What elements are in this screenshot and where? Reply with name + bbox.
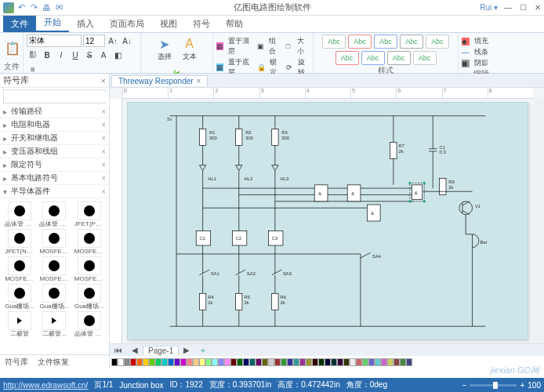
color-swatch[interactable] (218, 358, 224, 366)
select-tool-button[interactable]: ➤选择 (153, 34, 176, 64)
page-nav-first[interactable]: ⏮ (110, 346, 127, 354)
symbol-item[interactable]: MOSFET(N) (73, 229, 106, 255)
color-swatch[interactable] (193, 358, 199, 366)
color-swatch[interactable] (375, 358, 381, 366)
color-swatch[interactable] (199, 358, 205, 366)
symbol-item[interactable]: Gua栅场... (3, 284, 36, 310)
drawing-page[interactable]: 5v R1300 HL1 R2300 HL2 (127, 102, 528, 340)
color-swatch[interactable] (368, 358, 375, 366)
color-swatch[interactable] (174, 358, 180, 366)
tab-page-layout[interactable]: 页面布局 (102, 16, 152, 32)
highlight-button[interactable]: ◧ (111, 49, 124, 61)
page-nav-next[interactable]: ▶ (179, 346, 194, 354)
color-swatch[interactable] (249, 358, 256, 366)
color-swatch[interactable] (281, 358, 287, 366)
color-swatch[interactable] (356, 358, 362, 366)
bring-front-button[interactable]: 置于顶层 (228, 36, 252, 56)
color-swatch[interactable] (387, 358, 393, 366)
color-swatch[interactable] (187, 358, 193, 366)
category-item[interactable]: ▾半导体器件× (0, 185, 109, 198)
font-size-select[interactable] (83, 34, 105, 47)
tab-file-recovery[interactable]: 文件恢复 (33, 357, 74, 368)
style-swatch-7[interactable]: Abc (361, 51, 385, 65)
bold-button[interactable]: B (41, 49, 53, 61)
style-swatch-1[interactable]: Abc (322, 34, 346, 49)
symbol-item[interactable]: 晶体管 PN... (73, 311, 106, 337)
document-tab[interactable]: Threeway Responder× (111, 75, 208, 86)
zoom-out-button[interactable]: − (462, 381, 467, 390)
tab-help[interactable]: 帮助 (218, 16, 251, 32)
color-swatch[interactable] (224, 358, 230, 366)
category-item[interactable]: ▸电阻和电器× (0, 118, 109, 132)
symbol-item[interactable]: JFET(PNP) (73, 201, 106, 227)
color-swatch[interactable] (124, 358, 130, 366)
symbol-item[interactable]: Gua栅场... (73, 284, 106, 310)
paste-button[interactable]: 📋 (3, 38, 22, 57)
color-swatch[interactable] (274, 358, 281, 366)
color-swatch[interactable] (299, 358, 306, 366)
color-swatch[interactable] (325, 358, 331, 366)
shrink-font-button[interactable]: A↓ (121, 34, 133, 47)
line-button[interactable]: 线条 (474, 47, 488, 57)
style-swatch-2[interactable]: Abc (348, 34, 372, 49)
sidebar-close-icon[interactable]: × (101, 76, 106, 85)
vertical-scrollbar[interactable] (533, 99, 544, 343)
fill-button[interactable]: 填充 (474, 36, 488, 46)
vendor-link[interactable]: http://www.edrawsoft.cn/ (3, 381, 88, 390)
color-swatch[interactable] (312, 358, 318, 366)
style-swatch-4[interactable]: Abc (400, 34, 423, 49)
color-swatch[interactable] (155, 358, 161, 366)
color-swatch[interactable] (136, 358, 143, 366)
color-swatch[interactable] (130, 358, 136, 366)
symbol-item[interactable]: 二极管 (3, 311, 36, 337)
color-swatch[interactable] (337, 358, 343, 366)
symbol-palette-scroll[interactable]: 晶体管 PNP 晶体管 NPN JFET(PNP) JFET(NPN) MOSF… (0, 198, 109, 354)
symbol-item[interactable]: MOSFET(P) (38, 229, 71, 255)
color-swatch[interactable] (343, 358, 350, 366)
grow-font-button[interactable]: A↑ (107, 34, 119, 47)
page-tab-1[interactable]: Page-1 (143, 346, 179, 355)
symbol-item[interactable]: MOSFET... (38, 256, 71, 282)
maximize-button[interactable]: ☐ (520, 3, 527, 12)
category-item[interactable]: ▸限定符号× (0, 158, 109, 172)
color-swatch[interactable] (393, 358, 400, 366)
add-page-button[interactable]: ＋ (194, 345, 212, 356)
color-swatch[interactable] (161, 358, 168, 366)
color-swatch[interactable] (381, 358, 387, 366)
symbol-item[interactable]: JFET(NPN) (3, 229, 36, 255)
symbol-item[interactable]: 二极管... (38, 311, 71, 337)
style-swatch-9[interactable]: Abc (413, 51, 437, 65)
color-swatch[interactable] (318, 358, 325, 366)
color-swatch[interactable] (306, 358, 312, 366)
close-button[interactable]: ✕ (535, 3, 541, 12)
color-swatch[interactable] (118, 358, 124, 366)
mail-button[interactable]: ✉ (53, 2, 64, 13)
color-swatch[interactable] (143, 358, 149, 366)
page-nav-prev[interactable]: ◀ (127, 346, 143, 354)
color-swatch[interactable] (350, 358, 356, 366)
color-swatch[interactable] (293, 358, 299, 366)
tab-symbol[interactable]: 符号 (185, 16, 218, 32)
color-swatch[interactable] (400, 358, 406, 366)
symbol-item[interactable]: 晶体管 PNP (3, 201, 36, 227)
user-label[interactable]: Rui ▾ (480, 3, 498, 12)
font-color-button[interactable]: A (97, 49, 110, 61)
color-swatch[interactable] (149, 358, 155, 366)
group-button[interactable]: 组合 (269, 36, 281, 56)
text-tool-button[interactable]: A文本 (178, 34, 201, 64)
minimize-button[interactable]: — (504, 3, 512, 12)
color-swatch[interactable] (243, 358, 249, 366)
font-family-select[interactable] (27, 34, 82, 47)
color-swatch[interactable] (168, 358, 174, 366)
color-swatch[interactable] (262, 358, 268, 366)
color-swatch[interactable] (287, 358, 293, 366)
style-swatch-5[interactable]: Abc (426, 34, 449, 49)
style-swatch-3[interactable]: Abc (374, 34, 397, 49)
symbol-item[interactable]: Gua栅场... (38, 284, 71, 310)
tab-file[interactable]: 文件 (3, 16, 36, 32)
color-swatch[interactable] (406, 358, 412, 366)
symbol-item[interactable]: MOSFET... (3, 256, 36, 282)
close-tab-icon[interactable]: × (197, 77, 201, 85)
color-swatch[interactable] (237, 358, 243, 366)
symbol-search-input[interactable] (4, 93, 107, 101)
